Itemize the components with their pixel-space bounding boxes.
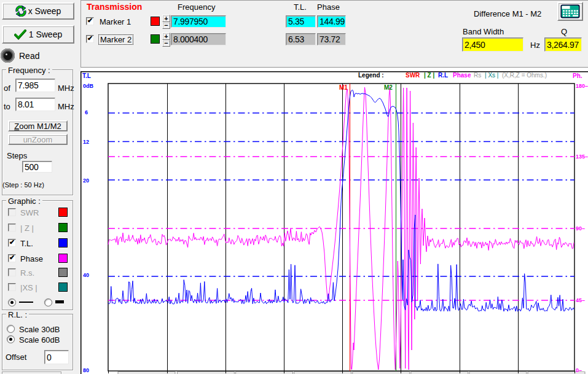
svg-text:20: 20 — [83, 177, 89, 184]
svg-text:0–: 0– — [576, 367, 582, 373]
svg-text:M2: M2 — [384, 84, 393, 91]
svg-text:0dB: 0dB — [83, 83, 94, 89]
svg-text:R.L: R.L — [438, 72, 448, 79]
svg-text:SWR: SWR — [406, 72, 420, 79]
svg-text:Rs: Rs — [474, 72, 481, 79]
svg-text:Legend :: Legend : — [358, 72, 384, 79]
svg-text:40: 40 — [83, 272, 89, 278]
svg-text:6: 6 — [85, 109, 88, 115]
svg-text:90–: 90– — [576, 225, 585, 232]
svg-text:T.L: T.L — [82, 72, 91, 79]
svg-text:(X,R,Z = Ohms.): (X,R,Z = Ohms.) — [502, 72, 547, 79]
svg-text:| Z |: | Z | — [424, 72, 434, 79]
svg-text:180–: 180– — [576, 83, 588, 89]
svg-text:| Xs |: | Xs | — [485, 72, 498, 79]
svg-text:45–: 45– — [576, 297, 585, 303]
svg-text:80: 80 — [83, 367, 89, 373]
svg-text:M1: M1 — [339, 84, 348, 91]
svg-text:135–: 135– — [576, 154, 588, 160]
svg-text:12: 12 — [83, 139, 89, 145]
svg-text:Phase: Phase — [453, 72, 471, 79]
svg-text:Ph.: Ph. — [573, 72, 582, 79]
